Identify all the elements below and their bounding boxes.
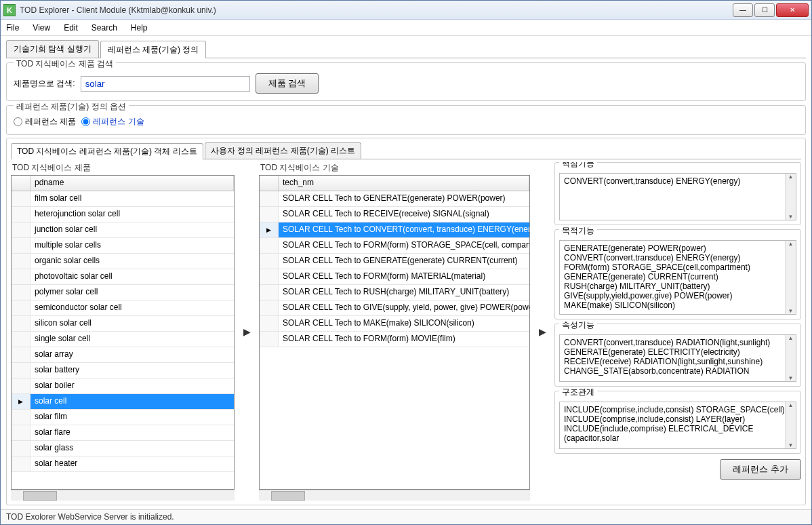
table-row[interactable]: SOLAR CELL Tech to RUSH(charge) MILITARY… <box>260 285 529 300</box>
subtab-user-list[interactable]: 사용자 정의 레퍼런스 제품(기술) 리스트 <box>205 142 361 159</box>
menubar: File View Edit Search Help <box>1 20 811 36</box>
window-title: TOD Explorer - Client Module (Kktmlab@ko… <box>20 5 733 15</box>
table-row[interactable]: SOLAR CELL Tech to FORM(form) MOVIE(film… <box>260 332 529 347</box>
mid-title: TOD 지식베이스 기술 <box>259 162 530 174</box>
subtab-kb-list[interactable]: TOD 지식베이스 레퍼런스 제품(기술) 객체 리스트 <box>11 143 203 159</box>
table-row[interactable]: organic solar cells <box>12 254 234 269</box>
col-technm[interactable]: tech_nm <box>279 176 529 191</box>
main-tabs: 기술기회 탐색 실행기 레퍼런스 제품(기술) 정의 <box>6 40 806 58</box>
table-row[interactable]: SOLAR CELL Tech to GIVE(supply, yield, p… <box>260 300 529 316</box>
table-row[interactable]: SOLAR CELL Tech to FORM(form) MATERIAL(m… <box>260 269 529 285</box>
search-button[interactable]: 제품 검색 <box>256 73 319 94</box>
table-row[interactable]: photovoltaic solar cell <box>12 269 234 285</box>
menu-help[interactable]: Help <box>131 23 148 33</box>
hscroll-mid[interactable] <box>259 490 530 501</box>
maximize-button[interactable]: ☐ <box>754 3 775 17</box>
table-row[interactable]: solar battery <box>12 363 234 378</box>
table-row[interactable]: SOLAR CELL Tech to GENERATE(generate) PO… <box>260 191 529 207</box>
table-row[interactable]: SOLAR CELL Tech to MAKE(make) SILICON(si… <box>260 316 529 332</box>
group-attr: 속성기능 CONVERT(convert,transduce) RADIATIO… <box>554 324 801 387</box>
purpose-func-box[interactable]: GENERATE(generate) POWER(power)CONVERT(c… <box>559 240 796 315</box>
lists-area: TOD 지식베이스 레퍼런스 제품(기술) 객체 리스트 사용자 정의 레퍼런스… <box>6 138 806 505</box>
group-purpose: 목적기능 GENERATE(generate) POWER(power)CONV… <box>554 229 801 319</box>
menu-search[interactable]: Search <box>92 23 117 33</box>
titlebar: K TOD Explorer - Client Module (Kktmlab@… <box>1 1 811 20</box>
option-panel: 레퍼런스 제품(기술) 정의 옵션 레퍼런스 제품 레퍼런스 기술 <box>6 105 806 135</box>
table-row[interactable]: solar film <box>12 410 234 425</box>
table-row[interactable]: polymer solar cell <box>12 285 234 300</box>
table-row[interactable]: silicon solar cell <box>12 316 234 332</box>
table-row[interactable]: semiconductor solar cell <box>12 300 234 316</box>
close-button[interactable]: ✕ <box>776 3 809 17</box>
search-legend: TOD 지식베이스 제품 검색 <box>14 58 116 70</box>
app-icon: K <box>3 4 16 16</box>
table-row[interactable]: junction solar cell <box>12 222 234 238</box>
table-row[interactable]: solar flare <box>12 425 234 441</box>
tab-search-runner[interactable]: 기술기회 탐색 실행기 <box>6 40 99 58</box>
col-pdname[interactable]: pdname <box>31 176 234 191</box>
hscroll-left[interactable] <box>11 490 235 501</box>
menu-edit[interactable]: Edit <box>64 23 78 33</box>
statusbar: TOD Exolorer WebService Server is initia… <box>1 509 811 524</box>
menu-view[interactable]: View <box>33 23 50 33</box>
table-row[interactable]: ▶SOLAR CELL Tech to CONVERT(convert, tra… <box>260 222 529 238</box>
table-row[interactable]: solar glass <box>12 441 234 456</box>
arrow-right-1[interactable]: ▶ <box>240 162 253 501</box>
tab-reference-def[interactable]: 레퍼런스 제품(기술) 정의 <box>100 41 207 58</box>
table-row[interactable]: SOLAR CELL Tech to FORM(form) STORAGE_SP… <box>260 238 529 254</box>
option-legend: 레퍼런스 제품(기술) 정의 옵션 <box>14 101 129 113</box>
group-struct: 구조관계 INCLUDE(comprise,include,consist) S… <box>554 391 801 454</box>
search-input[interactable] <box>81 76 250 92</box>
table-row[interactable]: solar array <box>12 347 234 363</box>
table-row[interactable]: SOLAR CELL Tech to RECEIVE(receive) SIGN… <box>260 207 529 222</box>
left-title: TOD 지식베이스 제품 <box>11 162 235 174</box>
table-row[interactable]: single solar cell <box>12 332 234 347</box>
tech-grid[interactable]: tech_nm SOLAR CELL Tech to GENERATE(gene… <box>259 175 530 490</box>
core-func-box[interactable]: CONVERT(convert,transduce) ENERGY(energy… <box>559 173 796 220</box>
search-panel: TOD 지식베이스 제품 검색 제품명으로 검색: 제품 검색 <box>6 62 806 101</box>
table-row[interactable]: multiple solar cells <box>12 238 234 254</box>
add-reference-button[interactable]: 레퍼런스 추가 <box>720 459 801 480</box>
radio-ref-product[interactable]: 레퍼런스 제품 <box>14 116 76 128</box>
search-label: 제품명으로 검색: <box>14 78 75 90</box>
table-row[interactable]: solar heater <box>12 456 234 472</box>
table-row[interactable]: heterojunction solar cell <box>12 207 234 222</box>
table-row[interactable]: SOLAR CELL Tech to GENERATE(generate) CU… <box>260 254 529 269</box>
struct-rel-box[interactable]: INCLUDE(comprise,include,consist) STORAG… <box>559 402 796 449</box>
group-core: 핵심기능 CONVERT(convert,transduce) ENERGY(e… <box>554 162 801 225</box>
product-grid[interactable]: pdname film solar cellheterojunction sol… <box>11 175 235 490</box>
arrow-right-2[interactable]: ▶ <box>535 162 549 501</box>
table-row[interactable]: solar boiler <box>12 378 234 394</box>
menu-file[interactable]: File <box>6 23 19 33</box>
minimize-button[interactable]: — <box>733 3 753 17</box>
app-window: K TOD Explorer - Client Module (Kktmlab@… <box>0 0 812 525</box>
table-row[interactable]: ▶solar cell <box>12 394 234 410</box>
radio-ref-tech[interactable]: 레퍼런스 기술 <box>81 116 144 128</box>
attr-func-box[interactable]: CONVERT(convert,transduce) RADIATION(lig… <box>559 334 796 382</box>
table-row[interactable]: film solar cell <box>12 191 234 207</box>
